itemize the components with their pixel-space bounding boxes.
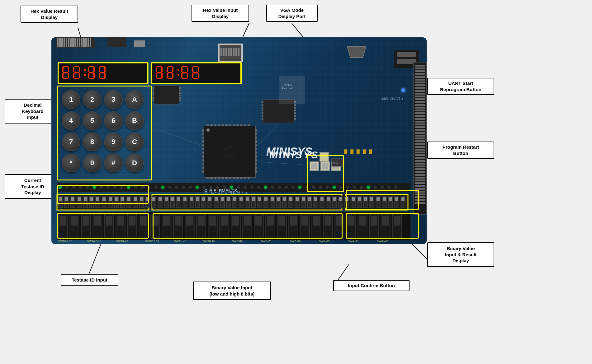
svg-line-8 bbox=[89, 243, 101, 274]
key-9[interactable]: 9 bbox=[104, 133, 123, 151]
annotation-hex-value-result-display: Hex Value Result Display bbox=[21, 6, 78, 23]
key-star[interactable]: * bbox=[62, 154, 80, 172]
key-1[interactable]: 1 bbox=[62, 90, 80, 109]
annotation-input-confirm-button: Input Confirm Button bbox=[333, 280, 410, 291]
brand-label: MINISYS bbox=[269, 149, 319, 161]
key-5[interactable]: 5 bbox=[83, 111, 102, 130]
key-6[interactable]: 6 bbox=[104, 111, 123, 130]
key-4[interactable]: 4 bbox=[62, 111, 80, 130]
key-0[interactable]: 0 bbox=[83, 154, 102, 172]
logo-label: ⚙ E-ELEMENTS bbox=[204, 190, 248, 195]
annotation-uart-start-reprogram: UART StartReprogram Button bbox=[427, 78, 494, 95]
key-a[interactable]: A bbox=[125, 90, 144, 109]
key-7[interactable]: 7 bbox=[62, 133, 80, 151]
key-b[interactable]: B bbox=[125, 111, 144, 130]
annotation-testase-id-input: Testase ID Input bbox=[61, 274, 118, 286]
annotation-binary-value-input-low-high: Binary Value Input(low and high 8 bits) bbox=[193, 282, 271, 300]
annotation-hex-value-input-display: Hex Value InputDisplay bbox=[192, 5, 249, 22]
key-2[interactable]: 2 bbox=[83, 90, 102, 109]
key-3[interactable]: 3 bbox=[104, 90, 123, 109]
annotation-binary-value-input-result: Binary ValueInput & ResultDisplay bbox=[427, 242, 494, 267]
key-c[interactable]: C bbox=[125, 133, 144, 151]
board: 1 2 3 A 4 5 6 B 7 8 9 C * 0 # D MINISYS … bbox=[51, 37, 427, 244]
key-8[interactable]: 8 bbox=[83, 133, 102, 151]
annotation-program-restart-button: Program RestartButton bbox=[427, 142, 494, 159]
decimal-keypad[interactable]: 1 2 3 A 4 5 6 B 7 8 9 C * 0 # D bbox=[59, 88, 146, 175]
key-hash[interactable]: # bbox=[104, 154, 123, 172]
key-d[interactable]: D bbox=[125, 154, 144, 172]
annotation-vga-mode-display-port: VGA ModeDisplay Port bbox=[266, 5, 318, 22]
